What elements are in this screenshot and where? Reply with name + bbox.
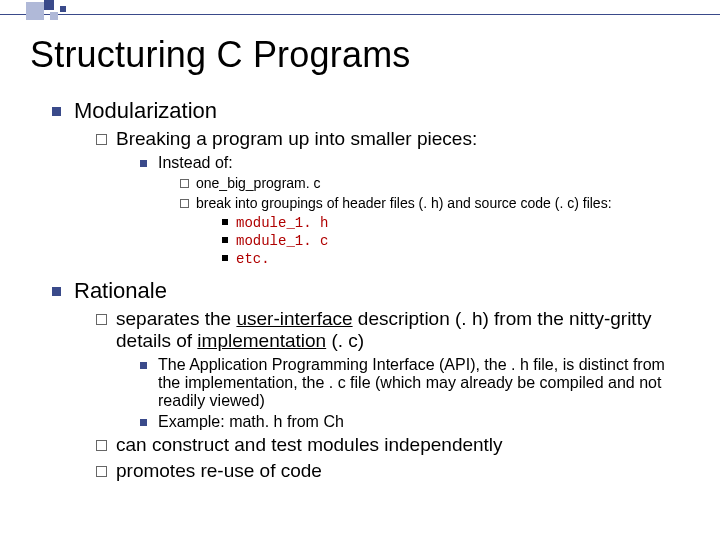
file-etc: etc. (222, 250, 690, 267)
break-into-groupings: break into groupings of header files (. … (180, 195, 690, 213)
section-rationale: Rationale (52, 278, 690, 304)
slide-decoration (0, 0, 720, 28)
file-module-h: module_1. h (222, 214, 690, 231)
rationale-example: Example: math. h from Ch (140, 413, 690, 431)
rationale-api: The Application Programming Interface (A… (140, 356, 680, 410)
slide-content: Structuring C Programs Modularization Br… (0, 0, 720, 482)
instead-of: Instead of: (140, 154, 690, 172)
section-modularization: Modularization (52, 98, 690, 124)
rationale-separates: separates the user-interface description… (96, 308, 690, 352)
modularization-sub: Breaking a program up into smaller piece… (96, 128, 690, 150)
rationale-construct: can construct and test modules independe… (96, 434, 690, 456)
file-module-c: module_1. c (222, 232, 690, 249)
one-big-program: one_big_program. c (180, 175, 690, 193)
rationale-reuse: promotes re-use of code (96, 460, 690, 482)
slide-title: Structuring C Programs (30, 34, 690, 76)
